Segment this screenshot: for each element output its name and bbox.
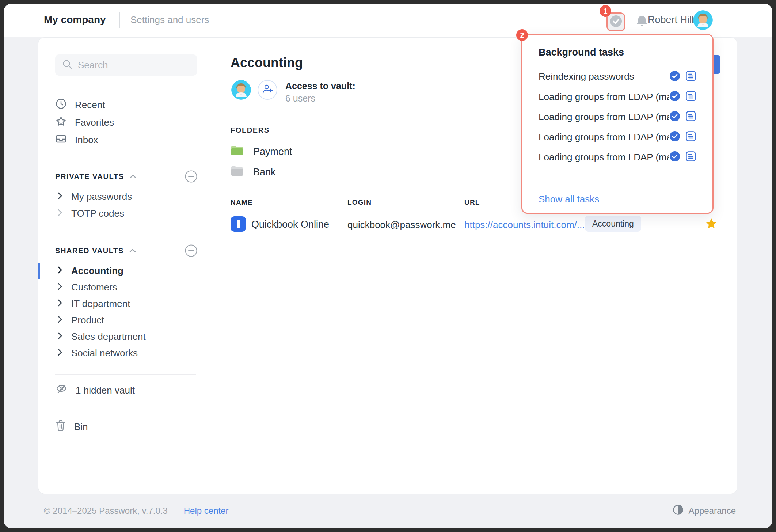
settings-and-users-link[interactable]: Settings and users	[130, 14, 209, 26]
sidebar-item-label: Recent	[75, 99, 105, 111]
sidebar-item-totp-codes[interactable]: TOTP codes	[57, 205, 196, 222]
chevron-right-icon	[57, 208, 62, 219]
sidebar-divider	[55, 160, 196, 160]
search-box[interactable]	[55, 54, 197, 76]
show-all-tasks-link[interactable]: Show all tasks	[539, 194, 599, 205]
company-name[interactable]: My company	[44, 14, 106, 26]
task-row: Loading groups from LDAP (ma...	[539, 107, 696, 127]
task-label: Loading groups from LDAP (ma...	[539, 91, 669, 103]
sidebar-item-customers[interactable]: Customers	[57, 279, 196, 296]
folder-bank[interactable]: Bank	[231, 163, 276, 182]
private-vaults-title: PRIVATE VAULTS	[55, 172, 124, 181]
folder-payment[interactable]: Payment	[231, 142, 292, 161]
user-name[interactable]: Robert Hill	[648, 14, 694, 26]
page-title: Accounting	[231, 55, 303, 71]
shared-vaults-title: SHARED VAULTS	[55, 247, 124, 255]
add-private-vault-button[interactable]	[185, 170, 198, 183]
add-user-to-vault-button[interactable]	[258, 80, 277, 100]
vault-label: IT department	[71, 298, 130, 309]
annotation-badge-2: 2	[516, 29, 528, 41]
vault-label: Sales department	[71, 331, 146, 342]
sidebar-item-my-passwords[interactable]: My passwords	[57, 189, 196, 205]
search-icon	[62, 59, 73, 71]
folder-icon	[231, 145, 244, 159]
column-header-login: LOGIN	[347, 198, 372, 206]
inbox-icon	[55, 133, 67, 147]
sidebar-item-accounting[interactable]: Accounting	[57, 263, 196, 279]
task-label: Reindexing passwords	[539, 71, 669, 82]
task-row: Loading groups from LDAP (ma...	[539, 147, 696, 167]
sidebar-item-favorites[interactable]: Favorites	[55, 114, 197, 131]
password-name[interactable]: Quickbook Online	[251, 219, 329, 230]
selected-vault-indicator	[38, 263, 40, 279]
task-log-icon[interactable]	[685, 151, 696, 163]
copyright-text: © 2014–2025 Passwork, v.7.0.3	[44, 506, 168, 516]
password-login[interactable]: quickbook@passwork.me	[347, 219, 456, 231]
sidebar-item-social-networks[interactable]: Social networks	[57, 345, 196, 361]
add-shared-vault-button[interactable]	[185, 244, 198, 257]
task-log-icon[interactable]	[685, 131, 696, 143]
chevron-up-icon	[129, 172, 137, 181]
sidebar-item-hidden-vaults[interactable]: 1 hidden vault	[55, 381, 197, 399]
appearance-toggle[interactable]: Appearance	[673, 504, 736, 517]
task-log-icon[interactable]	[685, 111, 696, 123]
vault-owner-avatar[interactable]	[231, 80, 251, 100]
password-url-link[interactable]: https://accounts.intuit.com/...	[464, 219, 585, 231]
vault-label: Accounting	[71, 265, 123, 277]
shared-vaults-header[interactable]: SHARED VAULTS	[55, 244, 136, 257]
task-log-icon[interactable]	[685, 71, 696, 83]
search-input[interactable]	[78, 60, 187, 71]
chevron-right-icon	[57, 265, 62, 277]
sidebar-item-label: Favorites	[75, 117, 114, 128]
sidebar-item-bin[interactable]: Bin	[55, 418, 197, 436]
task-label: Loading groups from LDAP (ma...	[539, 111, 669, 123]
notifications-button[interactable]	[636, 15, 648, 29]
vault-label: TOTP codes	[71, 208, 124, 219]
user-avatar[interactable]	[693, 10, 713, 30]
task-log-icon[interactable]	[685, 91, 696, 103]
sidebar-item-recent[interactable]: Recent	[55, 96, 197, 114]
chevron-right-icon	[57, 282, 62, 293]
clock-icon	[55, 98, 67, 112]
check-circle-icon	[609, 14, 623, 30]
chevron-right-icon	[57, 298, 62, 309]
popup-title: Background tasks	[539, 47, 624, 58]
favorite-star-icon[interactable]	[705, 217, 718, 232]
chevron-right-icon	[57, 315, 62, 326]
chevron-right-icon	[57, 191, 62, 202]
bell-icon	[636, 23, 648, 29]
sidebar-item-it-department[interactable]: IT department	[57, 296, 196, 312]
annotation-badge-1: 1	[600, 5, 611, 17]
chevron-right-icon	[57, 347, 62, 359]
task-row: Loading groups from LDAP (ma...	[539, 127, 696, 147]
background-tasks-popup: Background tasks Reindexing passwords Lo…	[521, 34, 714, 214]
task-label: Loading groups from LDAP (ma...	[539, 132, 669, 143]
bin-label: Bin	[74, 421, 88, 433]
app-window: My company Settings and users 1 Robert H…	[4, 4, 772, 528]
footer: © 2014–2025 Passwork, v.7.0.3 Help cente…	[44, 501, 736, 520]
private-vaults-header[interactable]: PRIVATE VAULTS	[55, 170, 137, 183]
task-row: Reindexing passwords	[539, 66, 696, 87]
quickbook-app-icon	[231, 216, 246, 232]
eye-off-icon	[55, 383, 68, 398]
tag-badge[interactable]: Accounting	[585, 216, 641, 232]
help-center-link[interactable]: Help center	[184, 506, 229, 516]
folders-heading: FOLDERS	[231, 126, 270, 134]
vault-label: My passwords	[71, 191, 132, 202]
column-header-name: NAME	[231, 198, 253, 206]
task-done-icon	[669, 111, 680, 123]
sidebar-divider	[55, 406, 196, 406]
topbar-divider	[119, 12, 120, 28]
popup-divider	[522, 182, 712, 182]
folder-name: Payment	[253, 146, 292, 157]
chevron-right-icon	[57, 331, 62, 342]
sidebar-item-inbox[interactable]: Inbox	[55, 131, 197, 149]
sidebar-item-product[interactable]: Product	[57, 312, 196, 328]
appearance-contrast-icon	[673, 504, 684, 517]
task-label: Loading groups from LDAP (ma...	[539, 152, 669, 163]
sidebar-item-sales-department[interactable]: Sales department	[57, 328, 196, 345]
star-icon	[55, 115, 67, 130]
chevron-up-icon	[129, 247, 136, 255]
vault-label: Social networks	[71, 347, 138, 359]
vault-label: Customers	[71, 282, 117, 293]
